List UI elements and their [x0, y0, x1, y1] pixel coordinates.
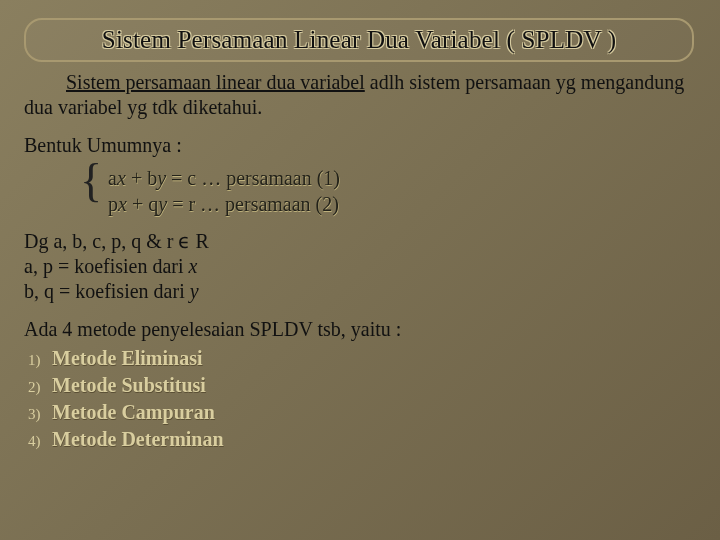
page-title: Sistem Persamaan Linear Dua Variabel ( S…	[40, 26, 678, 54]
method-name: Metode Determinan	[52, 426, 224, 453]
brace-icon: {	[80, 159, 102, 203]
method-name: Metode Substitusi	[52, 372, 206, 399]
bentuk-label: Bentuk Umumnya :	[24, 134, 696, 157]
methods-intro: Ada 4 metode penyelesaian SPLDV tsb, yai…	[24, 318, 696, 341]
equation-2: px + qy = r … persamaan (2)	[108, 191, 340, 217]
list-item: 3) Metode Campuran	[28, 399, 696, 426]
equation-1: ax + by = c … persamaan (1)	[108, 165, 340, 191]
note-line-3: b, q = koefisien dari y	[24, 279, 696, 304]
list-item: 4) Metode Determinan	[28, 426, 696, 453]
list-item: 2) Metode Substitusi	[28, 372, 696, 399]
equation-block: { ax + by = c … persamaan (1) px + qy = …	[80, 165, 696, 217]
equations: ax + by = c … persamaan (1) px + qy = r …	[108, 165, 340, 217]
notes-block: Dg a, b, c, p, q & r ϵ R a, p = koefisie…	[24, 229, 696, 304]
list-number: 2)	[28, 377, 52, 397]
method-name: Metode Campuran	[52, 399, 215, 426]
intro-underlined: Sistem persamaan linear dua variabel	[66, 71, 365, 93]
intro-text: Sistem persamaan linear dua variabel adl…	[24, 70, 696, 120]
title-box: Sistem Persamaan Linear Dua Variabel ( S…	[24, 18, 694, 62]
method-name: Metode Eliminasi	[52, 345, 203, 372]
methods-list: 1) Metode Eliminasi 2) Metode Substitusi…	[24, 345, 696, 453]
list-number: 4)	[28, 431, 52, 451]
note-line-1: Dg a, b, c, p, q & r ϵ R	[24, 229, 696, 254]
list-number: 3)	[28, 404, 52, 424]
list-number: 1)	[28, 350, 52, 370]
slide: Sistem Persamaan Linear Dua Variabel ( S…	[0, 0, 720, 540]
list-item: 1) Metode Eliminasi	[28, 345, 696, 372]
note-line-2: a, p = koefisien dari x	[24, 254, 696, 279]
